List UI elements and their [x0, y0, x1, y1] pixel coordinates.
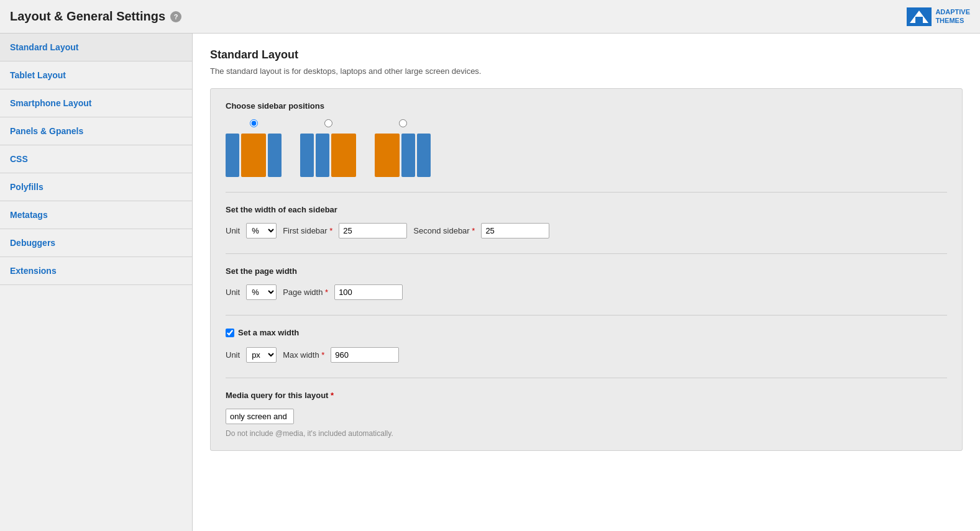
- divider-1: [226, 192, 947, 193]
- divider-3: [226, 315, 947, 315]
- media-query-section: Media query for this layout * Do not inc…: [226, 391, 947, 438]
- divider-4: [226, 378, 947, 378]
- layout-diagram-3: [375, 134, 431, 177]
- sidebar-item-smartphone-layout[interactable]: Smartphone Layout: [0, 89, 192, 117]
- sidebar-item-debuggers[interactable]: Debuggers: [0, 229, 192, 257]
- first-sidebar-label: First sidebar *: [283, 226, 332, 235]
- page-width-label: Set the page width: [226, 266, 947, 276]
- svg-rect-1: [915, 17, 923, 23]
- bar-right-orange-2: [331, 134, 356, 177]
- sidebar-option-2: [300, 119, 356, 177]
- section-title: Standard Layout: [210, 48, 963, 61]
- sidebar-item-polyfills[interactable]: Polyfills: [0, 173, 192, 201]
- max-width-field-label: Max width *: [283, 350, 324, 360]
- sidebar-pos-radio-1[interactable]: [250, 119, 258, 127]
- page-width-section: Set the page width Unit % px em Page wid…: [226, 266, 947, 300]
- max-width-input[interactable]: [331, 347, 399, 363]
- sidebar-pos-radio-3[interactable]: [399, 119, 407, 127]
- bar-center-orange-1: [241, 134, 266, 177]
- max-width-unit-label: Unit: [226, 350, 240, 360]
- page-width-unit-label: Unit: [226, 288, 240, 297]
- media-query-label: Media query for this layout *: [226, 391, 947, 400]
- page-width-form-row: Unit % px em Page width *: [226, 284, 947, 300]
- page-width-unit-select[interactable]: % px em: [246, 284, 277, 300]
- max-width-unit-select[interactable]: px % em: [246, 347, 277, 363]
- sidebar-item-extensions[interactable]: Extensions: [0, 257, 192, 285]
- media-query-hint: Do not include @media, it's included aut…: [226, 429, 947, 438]
- sidebar-options: [226, 119, 947, 177]
- sidebar-width-form-row: Unit % px em First sidebar * Second side…: [226, 223, 947, 238]
- section-desc: The standard layout is for desktops, lap…: [210, 66, 963, 76]
- bar-right-blue-3: [417, 134, 431, 177]
- second-sidebar-input[interactable]: [481, 223, 549, 238]
- layout-diagram-1: [226, 134, 282, 177]
- sidebar-item-metatags[interactable]: Metatags: [0, 201, 192, 229]
- second-sidebar-label: Second sidebar *: [413, 226, 475, 235]
- sidebar-item-tablet-layout[interactable]: Tablet Layout: [0, 61, 192, 89]
- logo: ADAPTIVE THEMES: [907, 7, 970, 26]
- sidebar-pos-radio-2[interactable]: [324, 119, 332, 127]
- sidebar-item-css[interactable]: CSS: [0, 145, 192, 173]
- bar-left-orange-3: [375, 134, 400, 177]
- layout-diagram-2: [300, 134, 356, 177]
- main-content: Standard Layout The standard layout is f…: [193, 34, 980, 531]
- page-width-input[interactable]: [334, 284, 403, 300]
- max-width-form-row: Unit px % em Max width *: [226, 347, 947, 363]
- media-query-input[interactable]: [226, 409, 294, 424]
- logo-text: ADAPTIVE THEMES: [935, 8, 970, 24]
- sidebar: Standard Layout Tablet Layout Smartphone…: [0, 34, 193, 531]
- bar-mid-blue-3: [401, 134, 415, 177]
- settings-panel: Choose sidebar positions: [210, 88, 963, 451]
- help-icon[interactable]: ?: [170, 11, 181, 22]
- sidebar-item-panels-gpanels[interactable]: Panels & Gpanels: [0, 117, 192, 145]
- bar-right-blue-1: [268, 134, 282, 177]
- max-width-checkbox-row: Set a max width: [226, 328, 947, 337]
- sidebar-width-label: Set the width of each sidebar: [226, 205, 947, 214]
- max-width-checkbox[interactable]: [226, 329, 234, 337]
- max-width-checkbox-label: Set a max width: [238, 328, 299, 337]
- sidebar-width-unit-label: Unit: [226, 226, 240, 235]
- sidebar-positions-label: Choose sidebar positions: [226, 101, 947, 111]
- sidebar-width-section: Set the width of each sidebar Unit % px …: [226, 205, 947, 238]
- sidebar-option-1: [226, 119, 282, 177]
- bar-left-blue-2: [300, 134, 314, 177]
- page-header: Layout & General Settings ? ADAPTIVE THE…: [0, 0, 980, 34]
- sidebar-positions-section: Choose sidebar positions: [226, 101, 947, 177]
- bar-mid-blue-2: [316, 134, 329, 177]
- body-layout: Standard Layout Tablet Layout Smartphone…: [0, 34, 980, 531]
- divider-2: [226, 253, 947, 254]
- page-title: Layout & General Settings: [10, 9, 165, 24]
- sidebar-width-unit-select[interactable]: % px em: [246, 223, 277, 238]
- max-width-section: Set a max width Unit px % em Max width *: [226, 328, 947, 363]
- logo-icon: [907, 7, 932, 26]
- bar-left-blue-1: [226, 134, 239, 177]
- first-sidebar-input[interactable]: [339, 223, 407, 238]
- sidebar-option-3: [375, 119, 431, 177]
- page-width-field-label: Page width *: [283, 288, 328, 297]
- sidebar-item-standard-layout[interactable]: Standard Layout: [0, 34, 192, 61]
